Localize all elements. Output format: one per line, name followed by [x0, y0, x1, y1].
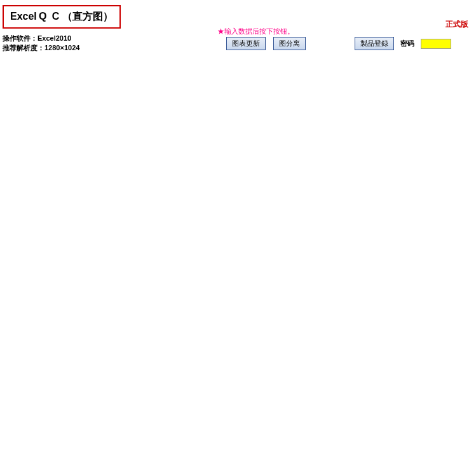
- res-val: 1280×1024: [44, 44, 79, 51]
- title-qc: Q C: [39, 11, 60, 22]
- title-app: Excel: [10, 11, 37, 22]
- register-button[interactable]: 製品登録: [355, 37, 394, 50]
- sw-label: 操作软件：: [3, 34, 37, 42]
- split-button[interactable]: 图分离: [273, 37, 306, 50]
- sw-val: Excel2010: [37, 34, 71, 42]
- title-sub: （直方图）: [62, 11, 113, 22]
- version-label: 正式版: [445, 19, 468, 30]
- password-label: 密码: [400, 39, 414, 48]
- res-label: 推荐解析度：: [3, 44, 44, 51]
- refresh-button[interactable]: 图表更新: [226, 37, 266, 50]
- input-hint: 输入数据后按下按钮。: [217, 27, 294, 36]
- title-box: Excel Q C （直方图）: [3, 5, 121, 29]
- password-field[interactable]: [421, 39, 451, 49]
